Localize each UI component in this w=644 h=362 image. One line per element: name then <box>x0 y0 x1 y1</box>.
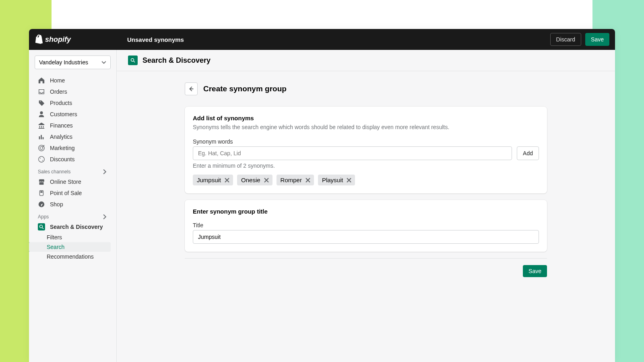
svg-point-6 <box>131 59 134 62</box>
tag-label: Onesie <box>241 177 260 183</box>
unsaved-status: Unsaved synonyms <box>127 36 184 43</box>
title-card: Enter synonym group title Title <box>185 200 547 252</box>
nav-label: Marketing <box>50 145 74 151</box>
save-button-bottom[interactable]: Save <box>523 265 547 277</box>
close-icon <box>264 177 269 183</box>
close-icon <box>305 177 311 183</box>
channel-pos[interactable]: Point of Sale <box>35 187 111 199</box>
main-content: Search & Discovery Create synonym group … <box>117 50 615 362</box>
subnav-filters[interactable]: Filters <box>35 232 111 242</box>
shopify-bag-icon <box>35 35 43 44</box>
synonym-words-input[interactable] <box>193 146 512 160</box>
nav-label: Online Store <box>50 179 81 185</box>
close-icon <box>346 177 352 183</box>
shopify-wordmark: shopify <box>45 35 71 44</box>
topbar: shopify Unsaved synonyms Discard Save <box>29 29 615 50</box>
subnav-recommendations[interactable]: Recommendations <box>35 252 111 261</box>
shop-icon <box>38 201 45 208</box>
nav-label: Customers <box>50 111 77 117</box>
title-card-title: Enter synonym group title <box>193 208 539 215</box>
synonym-tag: Jumpsuit <box>193 175 233 185</box>
nav-label: Orders <box>50 88 67 95</box>
tag-label: Jumpsuit <box>197 177 221 183</box>
footer-actions: Save <box>185 258 547 277</box>
page-title: Create synonym group <box>203 84 287 93</box>
nav-customers[interactable]: Customers <box>35 109 111 120</box>
app-header-title: Search & Discovery <box>142 56 211 65</box>
save-button-top[interactable]: Save <box>585 33 609 46</box>
chevron-right-icon <box>102 214 107 220</box>
nav-products[interactable]: Products <box>35 97 111 109</box>
synonym-tag: Playsuit <box>318 175 355 185</box>
caret-down-icon <box>101 60 106 65</box>
tag-label: Playsuit <box>322 177 343 183</box>
pos-icon <box>38 189 45 197</box>
synonym-tag: Romper <box>277 175 314 185</box>
remove-tag-button[interactable] <box>264 177 269 183</box>
app-header: Search & Discovery <box>117 50 615 71</box>
nav-label: Products <box>50 100 72 106</box>
synonyms-card-title: Add list of synonyms <box>193 115 539 121</box>
svg-point-5 <box>40 225 43 228</box>
nav-discounts[interactable]: Discounts <box>35 154 111 165</box>
group-title-input[interactable] <box>193 230 539 244</box>
close-icon <box>224 177 230 183</box>
nav-marketing[interactable]: Marketing <box>35 142 111 154</box>
app-label: Search & Discovery <box>50 224 103 230</box>
add-synonym-button[interactable]: Add <box>517 146 539 160</box>
synonyms-card: Add list of synonyms Synonyms tells the … <box>185 107 547 193</box>
nav-label: Home <box>50 77 65 84</box>
nav-finances[interactable]: Finances <box>35 120 111 131</box>
remove-tag-button[interactable] <box>346 177 352 183</box>
nav-label: Finances <box>50 122 73 129</box>
target-icon <box>38 144 45 152</box>
synonyms-card-desc: Synonyms tells the search engine which w… <box>193 124 539 130</box>
search-discovery-app-icon <box>38 223 45 230</box>
discard-button[interactable]: Discard <box>550 33 581 46</box>
shopify-logo: shopify <box>35 35 71 44</box>
section-label: Sales channels <box>38 169 70 175</box>
remove-tag-button[interactable] <box>305 177 311 183</box>
apps-section[interactable]: Apps <box>35 210 111 221</box>
nav-label: Discounts <box>50 156 74 162</box>
synonym-words-label: Synonym words <box>193 138 539 145</box>
nav-analytics[interactable]: Analytics <box>35 131 111 142</box>
channel-shop[interactable]: Shop <box>35 199 111 210</box>
app-search-discovery[interactable]: Search & Discovery <box>35 221 111 232</box>
sales-channels-section[interactable]: Sales channels <box>35 165 111 176</box>
nav-orders[interactable]: Orders <box>35 86 111 97</box>
synonym-helper-text: Enter a minimum of 2 synonyms. <box>193 162 539 169</box>
bank-icon <box>38 122 45 129</box>
title-field-label: Title <box>193 222 539 228</box>
bars-icon <box>38 133 45 140</box>
search-discovery-app-icon <box>128 56 138 65</box>
home-icon <box>38 77 45 84</box>
synonym-tag: Onesie <box>237 175 272 185</box>
app-window: shopify Unsaved synonyms Discard Save Va… <box>29 29 615 362</box>
nav-label: Analytics <box>50 134 72 140</box>
arrow-left-icon <box>188 85 195 93</box>
nav-home[interactable]: Home <box>35 75 111 86</box>
svg-rect-4 <box>40 191 42 193</box>
person-icon <box>38 111 45 118</box>
tag-label: Romper <box>281 177 302 183</box>
synonym-tags: Jumpsuit Onesie Romper <box>193 175 539 185</box>
channel-online-store[interactable]: Online Store <box>35 176 111 187</box>
nav-label: Shop <box>50 201 63 208</box>
sidebar: Vandelay Industries Home Orders Products <box>29 50 117 362</box>
store-icon <box>38 178 45 185</box>
chevron-right-icon <box>102 169 107 175</box>
tag-icon <box>38 99 45 107</box>
svg-point-2 <box>39 156 44 162</box>
remove-tag-button[interactable] <box>224 177 230 183</box>
nav-label: Point of Sale <box>50 190 82 196</box>
discount-icon <box>38 156 45 163</box>
store-selector[interactable]: Vandelay Industries <box>35 56 111 69</box>
store-name: Vandelay Industries <box>39 59 88 66</box>
back-button[interactable] <box>185 82 198 95</box>
section-label: Apps <box>38 214 49 220</box>
subnav-search[interactable]: Search <box>29 242 111 252</box>
inbox-icon <box>38 88 45 95</box>
